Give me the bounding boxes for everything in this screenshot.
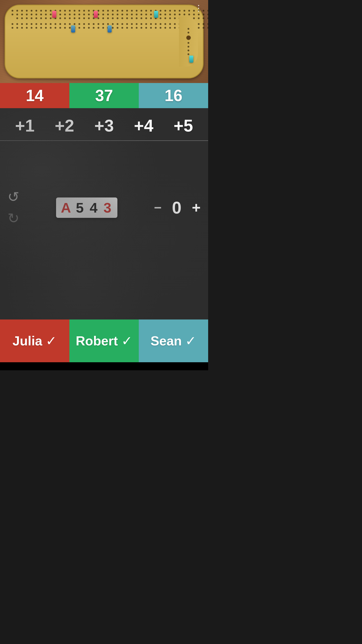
increment-button[interactable]: + (192, 199, 201, 216)
sean-score-box[interactable]: 16 (139, 83, 208, 108)
quick-add-4[interactable]: +4 (134, 116, 154, 135)
menu-button[interactable]: ⋮ (195, 4, 203, 12)
peg-pink-2 (94, 11, 98, 18)
julia-score-box[interactable]: 14 (0, 83, 69, 108)
sean-name: Sean (151, 333, 182, 348)
robert-player-box[interactable]: Robert ✓ (69, 319, 139, 362)
score-section: 14 37 16 (0, 83, 208, 108)
value-controls: − 0 + (154, 198, 201, 217)
quick-add-5[interactable]: +5 (173, 116, 193, 135)
card-display: A 5 4 3 (56, 197, 117, 218)
card-5: 5 (73, 199, 87, 216)
sean-score: 16 (164, 86, 182, 105)
undo-redo-group: ↺ ↻ (8, 189, 19, 226)
quick-add-3[interactable]: +3 (94, 116, 114, 135)
julia-player-box[interactable]: Julia ✓ (0, 319, 69, 362)
navigation-bar: ◀ ● ■ (0, 362, 208, 370)
undo-button[interactable]: ↺ (8, 189, 19, 205)
chalkboard-section: +1 +2 +3 +4 +5 ↺ ↻ A 5 4 3 − 0 (0, 108, 208, 319)
card-a: A (59, 199, 73, 216)
home-icon: ● (102, 369, 106, 370)
board-right-end (179, 16, 198, 67)
home-button[interactable]: ● (97, 366, 112, 370)
peg-pink-1 (52, 11, 56, 18)
back-button[interactable]: ◀ (27, 366, 42, 370)
card-4: 4 (87, 199, 101, 216)
counter-value: 0 (169, 198, 184, 217)
quick-add-row: +1 +2 +3 +4 +5 (0, 108, 208, 141)
julia-name: Julia (13, 333, 42, 348)
redo-button[interactable]: ↻ (8, 210, 19, 226)
decrement-button[interactable]: − (154, 200, 162, 215)
card-3: 3 (101, 199, 114, 216)
cribbage-board (5, 5, 204, 78)
peg-blue-1 (71, 25, 75, 32)
quick-add-2[interactable]: +2 (55, 116, 74, 135)
robert-score: 37 (95, 86, 113, 105)
robert-name: Robert (76, 333, 118, 348)
sean-checkmark: ✓ (185, 333, 196, 348)
recent-button[interactable]: ■ (166, 366, 181, 370)
julia-checkmark: ✓ (46, 333, 57, 348)
julia-score: 14 (26, 86, 43, 105)
middle-area: ↺ ↻ A 5 4 3 − 0 + (0, 181, 208, 234)
quick-add-1[interactable]: +1 (15, 116, 35, 135)
recent-icon: ■ (171, 369, 176, 370)
peg-blue-2 (108, 25, 112, 32)
peg-teal-1 (154, 11, 158, 18)
sean-player-box[interactable]: Sean ✓ (139, 319, 208, 362)
robert-score-box[interactable]: 37 (69, 83, 139, 108)
peg-teal-2 (189, 56, 193, 63)
back-icon: ◀ (32, 369, 38, 371)
robert-checkmark: ✓ (121, 333, 132, 348)
cribbage-board-section: ⋮ (0, 0, 208, 83)
player-section: Julia ✓ Robert ✓ Sean ✓ (0, 319, 208, 362)
